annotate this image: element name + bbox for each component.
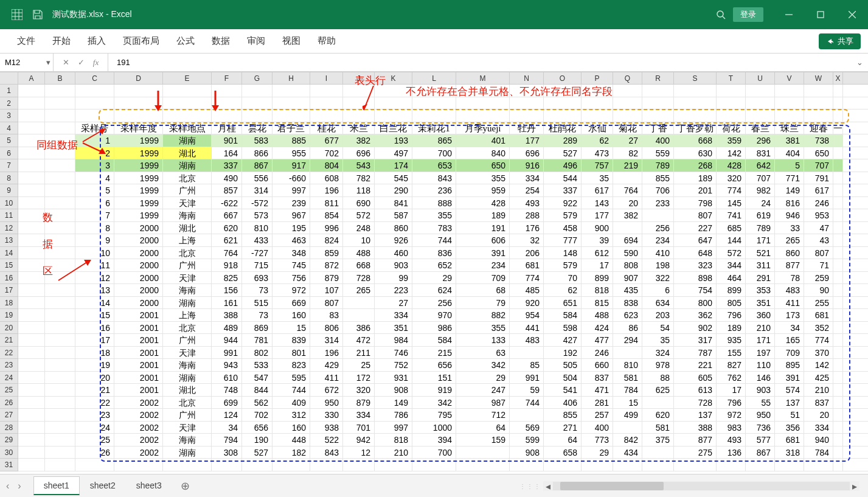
cell[interactable]: 2002	[114, 422, 163, 434]
cell[interactable]	[510, 347, 544, 359]
cell[interactable]: 493	[510, 197, 544, 209]
cell[interactable]: 574	[775, 384, 804, 396]
cell[interactable]	[833, 259, 843, 271]
cell[interactable]: 迎春	[804, 122, 833, 134]
cell[interactable]: 334	[804, 422, 833, 434]
cell[interactable]	[242, 109, 273, 122]
cell[interactable]: 556	[242, 172, 273, 184]
cell[interactable]: 621	[212, 234, 242, 246]
cell[interactable]	[412, 85, 456, 97]
cell[interactable]: 950	[746, 409, 775, 421]
cell[interactable]: 590	[613, 247, 642, 259]
cell[interactable]: 160	[273, 309, 310, 321]
cell[interactable]: 62	[582, 134, 613, 147]
cell[interactable]: 916	[510, 159, 544, 172]
cell[interactable]: 342	[412, 397, 456, 409]
cell[interactable]: 355	[412, 209, 456, 221]
cell[interactable]	[45, 322, 75, 334]
cell[interactable]: 257	[582, 409, 613, 421]
cell[interactable]	[18, 172, 45, 184]
cell[interactable]: 515	[242, 297, 273, 309]
cell[interactable]: 712	[456, 409, 510, 421]
cell[interactable]: 360	[746, 309, 775, 321]
cell[interactable]: 811	[310, 197, 343, 209]
cell[interactable]: 234	[456, 259, 510, 271]
cell[interactable]: 1000	[412, 422, 456, 434]
cell[interactable]: 473	[582, 147, 613, 159]
cell[interactable]: 816	[775, 197, 804, 209]
cell[interactable]	[18, 272, 45, 284]
cell[interactable]: 756	[273, 272, 310, 284]
cell[interactable]: 696	[510, 147, 544, 159]
cell[interactable]: 810	[613, 359, 642, 371]
cell[interactable]: 869	[242, 322, 273, 334]
cell[interactable]: 255	[804, 297, 833, 309]
cell[interactable]: 33	[775, 222, 804, 234]
cell[interactable]: 172	[343, 372, 375, 384]
cell[interactable]: 73	[242, 309, 273, 321]
cell[interactable]: 17	[75, 334, 114, 346]
cell[interactable]: 采样年度	[114, 122, 163, 134]
cell[interactable]: 624	[412, 284, 456, 296]
scrollbar-thumb[interactable]	[560, 482, 664, 490]
cell[interactable]: 314	[242, 184, 273, 196]
cell[interactable]: 802	[242, 347, 273, 359]
cell[interactable]: 784	[804, 447, 833, 459]
cell[interactable]: 174	[375, 159, 412, 172]
cell[interactable]: 955	[273, 147, 310, 159]
cell[interactable]	[45, 247, 75, 259]
cell[interactable]: 411	[310, 372, 343, 384]
cell[interactable]: 818	[375, 434, 412, 446]
cell[interactable]	[273, 459, 310, 471]
cell[interactable]: 348	[273, 247, 310, 259]
cell[interactable]: 352	[804, 322, 833, 334]
cell[interactable]: 652	[412, 259, 456, 271]
cell[interactable]: 425	[804, 372, 833, 384]
cell[interactable]: 湖南	[163, 134, 212, 147]
cell[interactable]	[75, 97, 114, 109]
row-header[interactable]: 7	[0, 159, 18, 172]
cell[interactable]	[18, 447, 45, 459]
cell[interactable]: 308	[212, 447, 242, 459]
cell[interactable]: 391	[775, 372, 804, 384]
cell[interactable]: 219	[613, 159, 642, 172]
cell[interactable]: 268	[674, 159, 717, 172]
cell[interactable]: 海南	[163, 284, 212, 296]
cell[interactable]	[833, 334, 843, 346]
cell[interactable]: 839	[273, 334, 310, 346]
cell[interactable]: 68	[456, 284, 510, 296]
cell[interactable]	[343, 97, 375, 109]
cell[interactable]: 256	[642, 222, 674, 234]
cell[interactable]: 648	[674, 247, 717, 259]
cell[interactable]	[45, 284, 75, 296]
cell[interactable]	[310, 97, 343, 109]
cell[interactable]	[456, 85, 510, 97]
cell[interactable]: 702	[242, 409, 273, 421]
row-header[interactable]: 5	[0, 134, 18, 147]
cell[interactable]: 281	[582, 397, 613, 409]
cell[interactable]: 320	[717, 172, 746, 184]
scroll-right-icon[interactable]: ▸	[850, 481, 859, 492]
cell[interactable]	[613, 422, 642, 434]
cell[interactable]	[717, 97, 746, 109]
cell[interactable]: 144	[717, 234, 746, 246]
cell[interactable]: 221	[674, 359, 717, 371]
cell[interactable]: 湖南	[163, 297, 212, 309]
fx-icon[interactable]: fx	[93, 58, 99, 68]
cell[interactable]: 900	[582, 222, 613, 234]
cell[interactable]: 天津	[163, 272, 212, 284]
cell[interactable]: 145	[717, 197, 746, 209]
cell[interactable]: 774	[717, 184, 746, 196]
cell[interactable]: 湖南	[163, 159, 212, 172]
cell[interactable]: 865	[412, 134, 456, 147]
cell[interactable]: 572	[717, 247, 746, 259]
cell[interactable]: 1999	[114, 147, 163, 159]
row-header[interactable]: 27	[0, 409, 18, 422]
cell[interactable]: 744	[273, 384, 310, 396]
cell[interactable]	[18, 347, 45, 359]
ribbon-tab[interactable]: 帮助	[309, 29, 344, 53]
cell[interactable]	[833, 97, 843, 109]
cell[interactable]: 北京	[163, 172, 212, 184]
cell[interactable]: 987	[456, 397, 510, 409]
cell[interactable]: 433	[242, 234, 273, 246]
